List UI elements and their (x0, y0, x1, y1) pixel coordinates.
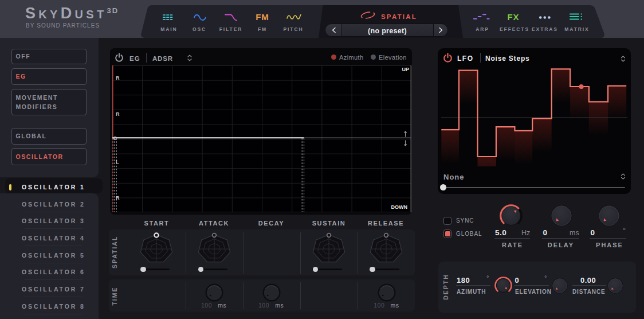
svg-text:DOWN: DOWN (391, 204, 408, 210)
svg-text:L: L (116, 159, 119, 165)
svg-text:C: C (113, 135, 117, 141)
svg-text:UP: UP (402, 67, 409, 72)
svg-text:R: R (116, 111, 120, 117)
svg-text:R: R (116, 195, 120, 201)
svg-text:R: R (116, 75, 120, 81)
